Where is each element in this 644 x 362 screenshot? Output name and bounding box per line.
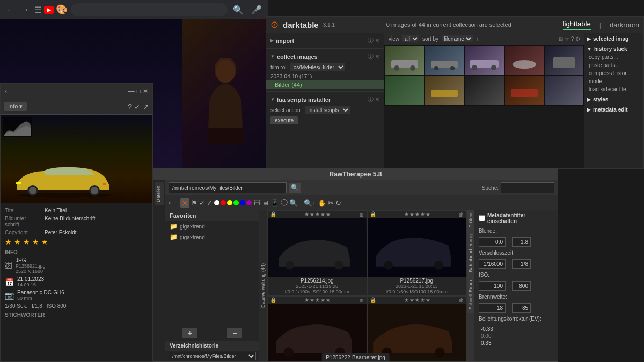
filter-btn[interactable]: ⚑ [191, 199, 197, 207]
plus-btn[interactable]: − [227, 328, 242, 338]
dot-green[interactable] [233, 200, 239, 205]
paste-parts-item[interactable]: paste parts... [587, 61, 641, 69]
selected-img-header[interactable]: ▶ selected imag [587, 35, 641, 43]
copy-parts-item[interactable]: copy parts... [587, 53, 641, 61]
iso-max-input[interactable] [512, 281, 531, 291]
history-path-select[interactable]: /mnt/chromeos/MyFiles/Bilder [169, 352, 256, 360]
rotate-btn[interactable]: ↻ [335, 199, 341, 207]
verschluss-min-input[interactable] [479, 259, 506, 269]
hand-btn[interactable]: ✋ [318, 199, 326, 207]
nav-lighttable[interactable]: lighttable [563, 20, 591, 30]
film-btn[interactable]: 🎞 [253, 199, 260, 207]
thumb-1[interactable] [385, 46, 424, 75]
dot-yellow[interactable] [227, 200, 232, 205]
load-sidecar-item[interactable]: load sidecar file... [587, 85, 641, 93]
thumb-10[interactable] [545, 76, 583, 105]
image-thumb-4[interactable] [368, 304, 466, 361]
back-button[interactable]: ← [4, 4, 16, 15]
nav-darkroom[interactable]: darkroom [610, 21, 639, 29]
dot-red[interactable] [221, 200, 226, 205]
hamburger-icon[interactable]: ☰ [34, 5, 42, 15]
dot-white[interactable] [214, 200, 219, 205]
pv-help-btn[interactable]: ? [128, 102, 132, 111]
pv-check-btn[interactable]: ✓ [134, 102, 141, 111]
batch-tab[interactable]: Batchbearbeitung [467, 231, 474, 276]
filmroll-select[interactable]: os/MyFiles/Bilder [290, 63, 345, 71]
thumb-9[interactable] [505, 76, 544, 105]
crop-btn[interactable]: ✂ [328, 199, 334, 207]
fav-item-1[interactable]: 📁 gigaxtrend [165, 221, 259, 232]
pv-max-btn[interactable]: □ [137, 87, 141, 95]
check-btn[interactable]: ✓ [199, 199, 205, 207]
path-search-btn[interactable]: 🔍 [289, 183, 301, 193]
thumb-6[interactable] [385, 76, 424, 105]
delete-icon-4[interactable]: 🗑 [458, 297, 464, 303]
thumb-8[interactable] [465, 76, 503, 105]
install-scripts-select[interactable]: install scripts [305, 106, 350, 114]
date-item[interactable]: 2023-04-10 (171) [266, 72, 384, 80]
schnell-tab[interactable]: Schnell-Export [467, 275, 474, 313]
sort-select[interactable]: filename [442, 35, 473, 42]
zoom-in-btn[interactable]: 🔍+ [304, 199, 317, 207]
zoom-out-btn[interactable]: 🔍− [289, 199, 302, 207]
filter-toggle[interactable]: Metadatenfilter einschalten [474, 210, 558, 226]
search-icon-btn[interactable]: 🔍 [231, 4, 246, 16]
phone-btn[interactable]: 📱 [270, 199, 279, 207]
monitor-btn[interactable]: 🖥 [262, 199, 269, 207]
iso-dash: - [508, 282, 510, 290]
pv-min-btn[interactable]: — [128, 87, 135, 95]
thumb-5[interactable] [545, 46, 583, 75]
styles-header[interactable]: ▶ styles [587, 95, 641, 104]
bel-neg[interactable]: -0.33 [479, 326, 553, 333]
delete-icon-2[interactable]: 🗑 [458, 211, 464, 217]
image-thumb-3[interactable] [268, 304, 367, 361]
dot-purple[interactable] [246, 200, 252, 205]
dir-vertical-label[interactable]: Dateiverwaltung (44) [259, 210, 267, 361]
pv-close-btn[interactable]: ✕ [143, 87, 148, 95]
thumb-7[interactable] [425, 76, 464, 105]
thumb-3[interactable] [465, 46, 503, 75]
star-rating[interactable]: ★ ★ ★ ★ ★ [5, 238, 148, 246]
search-input[interactable] [501, 182, 554, 193]
pv-share-btn[interactable]: ↗ [143, 102, 149, 111]
delete-icon-1[interactable]: 🗑 [359, 211, 364, 217]
delete-btn[interactable]: ✕ [180, 198, 189, 208]
verschluss-max-input[interactable] [512, 259, 531, 269]
image-thumb-2[interactable] [368, 218, 466, 277]
check2-btn[interactable]: ✓ [207, 199, 213, 207]
thumb-4[interactable] [505, 46, 544, 75]
bel-pos[interactable]: 0.33 [479, 339, 553, 346]
pv-back-btn[interactable]: ‹ [5, 87, 7, 95]
lua-header[interactable]: ▼ lua scripts installer ⓘ ⊕ [266, 94, 384, 105]
collect-header[interactable]: ▼ collect images ⓘ ⊕ [266, 51, 384, 62]
address-bar[interactable] [71, 3, 228, 16]
execute-button[interactable]: execute [270, 116, 298, 124]
minus-btn[interactable]: + [182, 328, 197, 338]
info-btn[interactable]: ⓘ [281, 198, 288, 208]
nav-home-btn[interactable]: ⟵ [169, 199, 179, 207]
bel-zero[interactable]: 0.00 [479, 333, 553, 339]
dot-blue[interactable] [240, 200, 245, 205]
delete-icon-3[interactable]: 🗑 [359, 297, 364, 303]
prufen-tab[interactable]: Prüfen [467, 210, 474, 231]
image-thumb-1[interactable] [268, 218, 367, 277]
iso-min-input[interactable] [479, 281, 506, 291]
brennweite-min-input[interactable] [479, 303, 506, 313]
compress-history-item[interactable]: compress histor... [587, 69, 641, 77]
import-header[interactable]: ▶ import ⓘ ⊕ [266, 35, 384, 46]
pv-info-btn[interactable]: Info ▾ [4, 102, 27, 111]
fav-item-2[interactable]: 📁 gigaxtrend [165, 232, 259, 242]
thumb-2[interactable] [425, 46, 464, 75]
view-select[interactable]: all [402, 35, 419, 42]
filter-checkbox[interactable] [479, 215, 485, 221]
bilder-item[interactable]: Bilder (44) [266, 80, 384, 89]
metadata-header[interactable]: ▶ metadata edit [587, 106, 641, 114]
nav-tab-files[interactable]: Dateien [155, 182, 164, 205]
forward-button[interactable]: → [19, 4, 31, 15]
blende-min-input[interactable] [479, 237, 506, 247]
blende-max-input[interactable] [512, 237, 531, 247]
brennweite-max-input[interactable] [512, 303, 531, 313]
path-input[interactable] [169, 182, 287, 193]
history-header[interactable]: ▼ history stack [587, 45, 641, 53]
mic-icon-btn[interactable]: 🎤 [249, 4, 264, 16]
